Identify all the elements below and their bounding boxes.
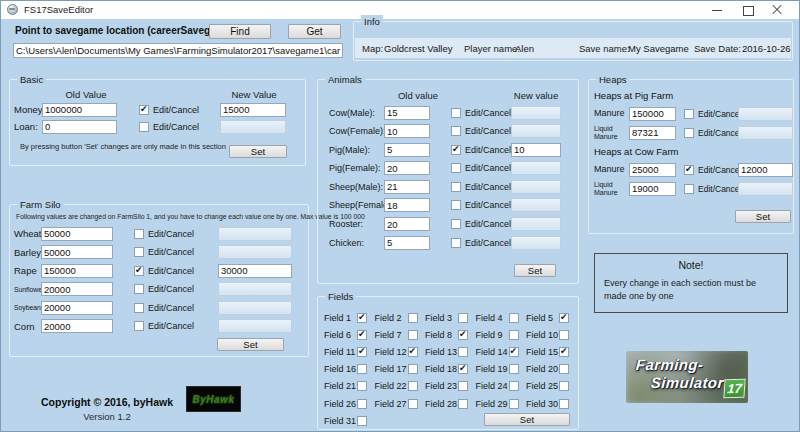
fields-set-button[interactable]: Set	[484, 413, 570, 426]
field-checkbox[interactable]	[408, 347, 418, 357]
field-checkbox[interactable]	[408, 381, 418, 391]
edit-cancel-checkbox[interactable]	[451, 182, 461, 192]
old-value-input[interactable]	[384, 143, 430, 157]
new-value-input[interactable]	[738, 107, 793, 121]
old-value-input[interactable]	[41, 319, 113, 333]
new-value-input[interactable]	[511, 236, 561, 250]
farm-silo-set-button[interactable]: Set	[217, 338, 284, 351]
field-checkbox[interactable]	[509, 347, 519, 357]
maximize-icon[interactable]	[734, 1, 760, 19]
field-checkbox[interactable]	[357, 381, 367, 391]
field-checkbox[interactable]	[509, 313, 519, 323]
old-value-input[interactable]	[41, 264, 113, 278]
new-value-input[interactable]	[511, 143, 561, 157]
edit-cancel-checkbox[interactable]	[451, 200, 461, 210]
edit-cancel-checkbox[interactable]	[134, 321, 144, 331]
field-checkbox[interactable]	[458, 347, 468, 357]
field-checkbox[interactable]	[408, 399, 418, 409]
find-button[interactable]: Find	[209, 24, 271, 39]
old-value-input[interactable]	[42, 120, 117, 134]
field-checkbox[interactable]	[357, 364, 367, 374]
field-checkbox[interactable]	[408, 313, 418, 323]
heaps-set-button[interactable]: Set	[735, 210, 791, 223]
field-checkbox[interactable]	[458, 399, 468, 409]
new-value-input[interactable]	[738, 126, 793, 140]
field-checkbox[interactable]	[357, 347, 367, 357]
field-checkbox[interactable]	[559, 347, 569, 357]
old-value-input[interactable]	[41, 245, 113, 259]
edit-cancel-checkbox[interactable]	[139, 105, 149, 115]
new-value-input[interactable]	[220, 120, 286, 134]
savegame-path-input[interactable]	[13, 43, 343, 58]
old-value-input[interactable]	[384, 198, 430, 212]
old-value-input[interactable]	[629, 126, 676, 140]
edit-cancel-checkbox[interactable]	[684, 128, 694, 138]
edit-cancel-checkbox[interactable]	[134, 303, 144, 313]
edit-cancel-checkbox[interactable]	[139, 122, 149, 132]
get-button[interactable]: Get	[288, 24, 341, 39]
field-checkbox[interactable]	[458, 313, 468, 323]
new-value-input[interactable]	[511, 106, 561, 120]
field-checkbox[interactable]	[559, 399, 569, 409]
old-value-input[interactable]	[41, 282, 113, 296]
old-value-input[interactable]	[629, 163, 676, 177]
field-checkbox[interactable]	[509, 364, 519, 374]
field-checkbox[interactable]	[559, 364, 569, 374]
field-checkbox[interactable]	[357, 330, 367, 340]
field-checkbox[interactable]	[559, 313, 569, 323]
old-value-input[interactable]	[384, 180, 430, 194]
new-value-input[interactable]	[738, 182, 793, 196]
edit-cancel-checkbox[interactable]	[134, 229, 144, 239]
edit-cancel-checkbox[interactable]	[134, 247, 144, 257]
new-value-input[interactable]	[511, 180, 561, 194]
edit-cancel-checkbox[interactable]	[684, 184, 694, 194]
field-checkbox[interactable]	[408, 330, 418, 340]
edit-cancel-checkbox[interactable]	[451, 108, 461, 118]
old-value-input[interactable]	[41, 301, 113, 315]
new-value-input[interactable]	[218, 319, 292, 333]
edit-cancel-checkbox[interactable]	[451, 145, 461, 155]
field-checkbox[interactable]	[509, 381, 519, 391]
field-checkbox[interactable]	[357, 416, 367, 426]
new-value-input[interactable]	[218, 301, 292, 315]
old-value-input[interactable]	[384, 217, 430, 231]
new-value-input[interactable]	[511, 217, 561, 231]
edit-cancel-checkbox[interactable]	[134, 266, 144, 276]
edit-cancel-checkbox[interactable]	[451, 126, 461, 136]
field-checkbox[interactable]	[559, 381, 569, 391]
new-value-input[interactable]	[218, 245, 292, 259]
minimize-icon[interactable]	[704, 1, 730, 19]
edit-cancel-checkbox[interactable]	[451, 219, 461, 229]
old-value-input[interactable]	[41, 227, 113, 241]
field-checkbox[interactable]	[357, 313, 367, 323]
field-checkbox[interactable]	[458, 381, 468, 391]
old-value-input[interactable]	[384, 236, 430, 250]
old-value-input[interactable]	[384, 161, 430, 175]
field-checkbox[interactable]	[509, 330, 519, 340]
edit-cancel-checkbox[interactable]	[451, 238, 461, 248]
new-value-input[interactable]	[511, 161, 561, 175]
old-value-input[interactable]	[42, 103, 117, 117]
old-value-input[interactable]	[384, 124, 430, 138]
close-icon[interactable]	[764, 1, 790, 19]
edit-cancel-checkbox[interactable]	[684, 109, 694, 119]
field-checkbox[interactable]	[458, 364, 468, 374]
field-checkbox[interactable]	[509, 399, 519, 409]
field-checkbox[interactable]	[357, 399, 367, 409]
edit-cancel-checkbox[interactable]	[451, 163, 461, 173]
new-value-input[interactable]	[511, 198, 561, 212]
animals-set-button[interactable]: Set	[514, 264, 556, 277]
basic-set-button[interactable]: Set	[229, 145, 287, 158]
old-value-input[interactable]	[384, 106, 430, 120]
field-checkbox[interactable]	[458, 330, 468, 340]
old-value-input[interactable]	[629, 107, 676, 121]
field-checkbox[interactable]	[408, 364, 418, 374]
old-value-input[interactable]	[629, 182, 676, 196]
field-checkbox[interactable]	[559, 330, 569, 340]
new-value-input[interactable]	[218, 264, 292, 278]
edit-cancel-checkbox[interactable]	[684, 165, 694, 175]
edit-cancel-checkbox[interactable]	[134, 284, 144, 294]
new-value-input[interactable]	[738, 163, 793, 177]
new-value-input[interactable]	[511, 124, 561, 138]
new-value-input[interactable]	[218, 227, 292, 241]
